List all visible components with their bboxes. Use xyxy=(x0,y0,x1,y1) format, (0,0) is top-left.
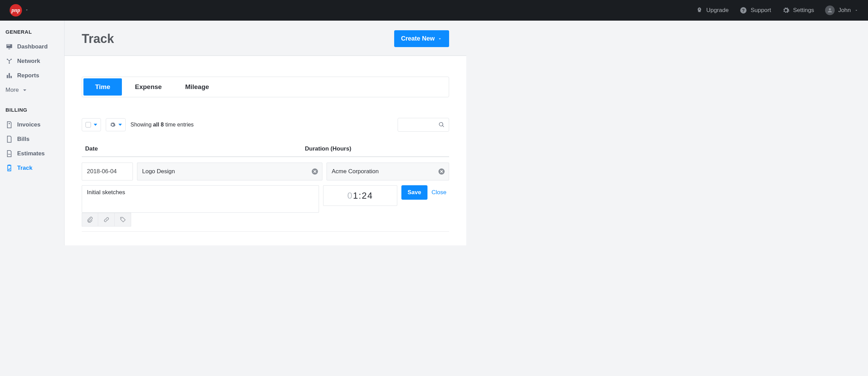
caret-down-icon xyxy=(94,124,97,126)
settings-label: Settings xyxy=(793,7,814,14)
page-header: Track Create New xyxy=(65,21,466,56)
sidebar-item-estimates[interactable]: Estimates xyxy=(5,146,59,161)
attach-tag-button[interactable] xyxy=(115,213,131,226)
client-input[interactable]: Acme Corporation xyxy=(327,163,449,180)
time-entry-editor: 2018-06-04 Logo Design Acme Corporation xyxy=(82,157,449,232)
sidebar-item-dashboard[interactable]: Dashboard xyxy=(5,40,59,54)
svg-rect-10 xyxy=(8,165,10,166)
support-label: Support xyxy=(751,7,771,14)
bar-chart-icon xyxy=(5,72,13,79)
svg-rect-8 xyxy=(9,73,10,78)
clear-project-icon[interactable] xyxy=(312,168,318,175)
search-input[interactable] xyxy=(398,118,449,132)
topbar: pnp Upgrade ? Support Settings John xyxy=(0,0,868,21)
chevron-down-icon xyxy=(21,86,28,94)
main: Track Create New Time Expense Mileage xyxy=(64,21,466,245)
file-icon xyxy=(5,135,13,143)
sidebar-item-bills[interactable]: Bills xyxy=(5,132,59,146)
sidebar-label: Dashboard xyxy=(17,43,48,50)
svg-rect-2 xyxy=(7,45,10,46)
column-date: Date xyxy=(85,145,305,152)
clipboard-check-icon xyxy=(5,164,13,172)
sidebar-item-network[interactable]: Network xyxy=(5,54,59,68)
attachment-toolbar xyxy=(82,213,319,226)
upgrade-label: Upgrade xyxy=(706,7,729,14)
tab-time[interactable]: Time xyxy=(83,78,122,96)
topbar-left: pnp xyxy=(10,4,29,16)
avatar-icon xyxy=(825,5,835,15)
clear-client-icon[interactable] xyxy=(438,168,445,175)
sidebar-label: Invoices xyxy=(17,121,41,128)
save-button[interactable]: Save xyxy=(401,185,427,200)
date-input[interactable]: 2018-06-04 xyxy=(82,163,133,180)
gear-icon xyxy=(110,122,116,128)
chevron-down-icon xyxy=(854,8,858,12)
topbar-right: Upgrade ? Support Settings John xyxy=(696,5,858,15)
attach-file-button[interactable] xyxy=(82,213,98,226)
file-plus-icon xyxy=(5,121,13,129)
support-link[interactable]: ? Support xyxy=(740,7,771,14)
content: Time Expense Mileage Showing all 8 time … xyxy=(65,56,466,245)
close-link[interactable]: Close xyxy=(432,185,446,200)
list-status-text: Showing all 8 time entries xyxy=(130,122,194,128)
caret-down-icon xyxy=(118,124,122,126)
sidebar-label: Estimates xyxy=(17,150,45,157)
tab-mileage[interactable]: Mileage xyxy=(173,77,221,97)
svg-text:?: ? xyxy=(742,8,745,13)
search-icon xyxy=(438,122,445,128)
page-title: Track xyxy=(82,32,114,46)
svg-rect-9 xyxy=(11,76,12,78)
sidebar-label: Network xyxy=(17,58,40,65)
sidebar-item-invoices[interactable]: Invoices xyxy=(5,118,59,132)
network-icon xyxy=(5,57,13,65)
create-new-label: Create New xyxy=(401,35,435,42)
sidebar-label: Reports xyxy=(17,72,39,79)
sidebar: GENERAL Dashboard Network Reports More B… xyxy=(0,21,64,245)
entry-divider xyxy=(82,231,449,232)
sidebar-label: Track xyxy=(17,165,32,172)
attach-link-button[interactable] xyxy=(98,213,115,226)
upgrade-link[interactable]: Upgrade xyxy=(696,7,729,14)
list-toolbar: Showing all 8 time entries xyxy=(82,118,449,132)
brand-logo[interactable]: pnp xyxy=(10,4,22,16)
gear-icon xyxy=(782,7,790,14)
track-tabs: Time Expense Mileage xyxy=(82,77,449,97)
sidebar-section-billing: BILLING xyxy=(5,107,59,113)
file-wave-icon xyxy=(5,150,13,157)
link-icon xyxy=(103,217,110,223)
svg-rect-7 xyxy=(7,75,8,78)
bulk-actions-dropdown[interactable] xyxy=(106,118,126,131)
chevron-down-icon xyxy=(437,36,442,41)
sidebar-item-more[interactable]: More xyxy=(5,83,59,97)
checkbox-icon xyxy=(85,122,91,128)
settings-link[interactable]: Settings xyxy=(782,7,814,14)
sidebar-label: Bills xyxy=(17,136,30,143)
sidebar-label: More xyxy=(5,87,19,93)
help-icon: ? xyxy=(740,7,747,14)
select-all-dropdown[interactable] xyxy=(82,118,101,131)
tab-expense[interactable]: Expense xyxy=(123,77,173,97)
column-duration: Duration (Hours) xyxy=(305,145,446,152)
rocket-icon xyxy=(696,7,703,14)
svg-point-11 xyxy=(121,218,122,219)
list-headers: Date Duration (Hours) xyxy=(82,145,449,157)
monitor-icon xyxy=(5,43,13,51)
paperclip-icon xyxy=(87,217,93,223)
notes-input[interactable]: Initial sketches xyxy=(82,185,319,213)
duration-input[interactable]: 01:24 xyxy=(323,185,397,206)
brand-menu-caret[interactable] xyxy=(25,8,29,13)
create-new-button[interactable]: Create New xyxy=(394,30,449,47)
sidebar-section-general: GENERAL xyxy=(5,29,59,35)
tag-icon xyxy=(120,217,126,223)
right-gutter xyxy=(466,21,868,245)
user-menu[interactable]: John xyxy=(825,5,858,15)
project-input[interactable]: Logo Design xyxy=(137,163,322,180)
sidebar-item-track[interactable]: Track xyxy=(5,161,59,175)
sidebar-item-reports[interactable]: Reports xyxy=(5,68,59,83)
user-name: John xyxy=(838,7,851,14)
